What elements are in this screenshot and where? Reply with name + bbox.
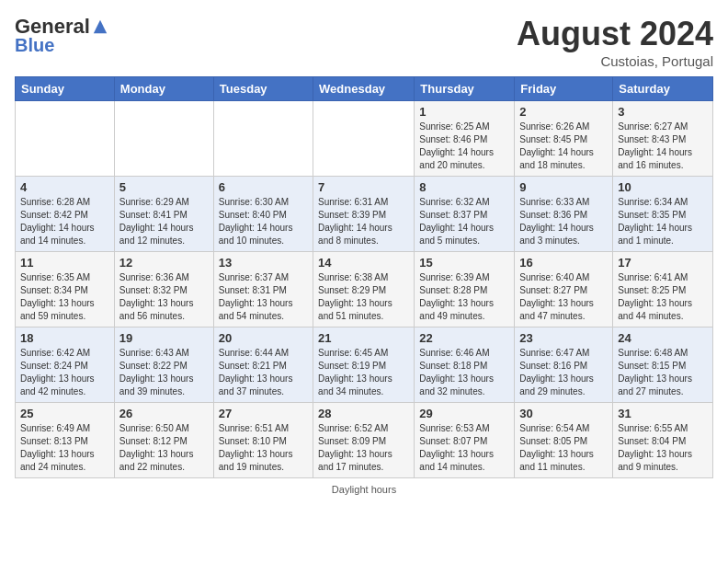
calendar-cell: 5Sunrise: 6:29 AM Sunset: 8:41 PM Daylig… xyxy=(114,177,213,252)
logo-blue-text: Blue xyxy=(15,35,54,56)
day-info: Sunrise: 6:53 AM Sunset: 8:07 PM Dayligh… xyxy=(419,422,509,474)
day-info: Sunrise: 6:50 AM Sunset: 8:12 PM Dayligh… xyxy=(119,422,209,474)
calendar-cell: 12Sunrise: 6:36 AM Sunset: 8:32 PM Dayli… xyxy=(114,252,213,327)
day-info: Sunrise: 6:36 AM Sunset: 8:32 PM Dayligh… xyxy=(119,271,209,323)
day-info: Sunrise: 6:34 AM Sunset: 8:35 PM Dayligh… xyxy=(618,196,708,247)
week-row-3: 18Sunrise: 6:42 AM Sunset: 8:24 PM Dayli… xyxy=(16,327,713,403)
header-day-tuesday: Tuesday xyxy=(213,77,313,101)
calendar-cell: 26Sunrise: 6:50 AM Sunset: 8:12 PM Dayli… xyxy=(114,403,213,478)
day-number: 22 xyxy=(419,331,509,345)
day-info: Sunrise: 6:27 AM Sunset: 8:43 PM Dayligh… xyxy=(618,121,708,172)
day-number: 5 xyxy=(119,180,209,194)
month-year-title: August 2024 xyxy=(517,15,713,53)
calendar-cell: 13Sunrise: 6:37 AM Sunset: 8:31 PM Dayli… xyxy=(213,252,313,327)
day-number: 24 xyxy=(618,331,708,345)
day-info: Sunrise: 6:45 AM Sunset: 8:19 PM Dayligh… xyxy=(318,347,409,398)
day-info: Sunrise: 6:47 AM Sunset: 8:16 PM Dayligh… xyxy=(519,347,608,398)
day-info: Sunrise: 6:31 AM Sunset: 8:39 PM Dayligh… xyxy=(318,196,409,247)
calendar-cell: 18Sunrise: 6:42 AM Sunset: 8:24 PM Dayli… xyxy=(16,327,115,403)
calendar-cell xyxy=(213,101,313,177)
calendar-cell xyxy=(16,101,115,177)
calendar-cell: 8Sunrise: 6:32 AM Sunset: 8:37 PM Daylig… xyxy=(415,177,515,252)
calendar-cell: 31Sunrise: 6:55 AM Sunset: 8:04 PM Dayli… xyxy=(613,403,713,478)
day-number: 4 xyxy=(20,180,109,194)
day-number: 13 xyxy=(219,256,308,270)
header-day-sunday: Sunday xyxy=(16,77,115,101)
calendar-cell: 15Sunrise: 6:39 AM Sunset: 8:28 PM Dayli… xyxy=(415,252,515,327)
header-day-thursday: Thursday xyxy=(415,77,515,101)
calendar-cell: 24Sunrise: 6:48 AM Sunset: 8:15 PM Dayli… xyxy=(613,327,713,403)
day-number: 3 xyxy=(618,105,708,119)
day-info: Sunrise: 6:26 AM Sunset: 8:45 PM Dayligh… xyxy=(519,121,608,172)
page-header: General Blue August 2024 Custoias, Portu… xyxy=(15,15,713,69)
calendar-cell xyxy=(114,101,213,177)
day-info: Sunrise: 6:42 AM Sunset: 8:24 PM Dayligh… xyxy=(20,347,109,398)
logo-icon xyxy=(92,18,108,35)
calendar-cell: 30Sunrise: 6:54 AM Sunset: 8:05 PM Dayli… xyxy=(515,403,613,478)
calendar-cell xyxy=(313,101,415,177)
calendar-cell: 14Sunrise: 6:38 AM Sunset: 8:29 PM Dayli… xyxy=(313,252,415,327)
day-number: 2 xyxy=(519,105,608,119)
calendar-cell: 22Sunrise: 6:46 AM Sunset: 8:18 PM Dayli… xyxy=(415,327,515,403)
day-info: Sunrise: 6:29 AM Sunset: 8:41 PM Dayligh… xyxy=(119,196,209,247)
day-number: 18 xyxy=(20,331,109,345)
day-number: 11 xyxy=(20,256,109,270)
day-info: Sunrise: 6:52 AM Sunset: 8:09 PM Dayligh… xyxy=(318,422,409,474)
day-info: Sunrise: 6:35 AM Sunset: 8:34 PM Dayligh… xyxy=(20,271,109,323)
week-row-1: 4Sunrise: 6:28 AM Sunset: 8:42 PM Daylig… xyxy=(16,177,713,252)
day-info: Sunrise: 6:41 AM Sunset: 8:25 PM Dayligh… xyxy=(618,271,708,323)
svg-marker-0 xyxy=(94,20,107,33)
calendar-body: 1Sunrise: 6:25 AM Sunset: 8:46 PM Daylig… xyxy=(16,101,713,478)
day-info: Sunrise: 6:51 AM Sunset: 8:10 PM Dayligh… xyxy=(219,422,308,474)
day-info: Sunrise: 6:38 AM Sunset: 8:29 PM Dayligh… xyxy=(318,271,409,323)
day-number: 20 xyxy=(219,331,308,345)
calendar-cell: 1Sunrise: 6:25 AM Sunset: 8:46 PM Daylig… xyxy=(415,101,515,177)
day-number: 26 xyxy=(119,407,209,420)
calendar-cell: 6Sunrise: 6:30 AM Sunset: 8:40 PM Daylig… xyxy=(213,177,313,252)
day-info: Sunrise: 6:33 AM Sunset: 8:36 PM Dayligh… xyxy=(519,196,608,247)
day-number: 23 xyxy=(519,331,608,345)
calendar-header: SundayMondayTuesdayWednesdayThursdayFrid… xyxy=(16,77,713,101)
day-info: Sunrise: 6:30 AM Sunset: 8:40 PM Dayligh… xyxy=(219,196,308,247)
day-info: Sunrise: 6:54 AM Sunset: 8:05 PM Dayligh… xyxy=(519,422,608,474)
calendar-cell: 21Sunrise: 6:45 AM Sunset: 8:19 PM Dayli… xyxy=(313,327,415,403)
day-number: 29 xyxy=(419,407,509,420)
week-row-0: 1Sunrise: 6:25 AM Sunset: 8:46 PM Daylig… xyxy=(16,101,713,177)
day-info: Sunrise: 6:32 AM Sunset: 8:37 PM Dayligh… xyxy=(419,196,509,247)
week-row-4: 25Sunrise: 6:49 AM Sunset: 8:13 PM Dayli… xyxy=(16,403,713,478)
header-day-friday: Friday xyxy=(515,77,613,101)
day-number: 31 xyxy=(618,407,708,420)
title-block: August 2024 Custoias, Portugal xyxy=(517,15,713,69)
calendar-cell: 29Sunrise: 6:53 AM Sunset: 8:07 PM Dayli… xyxy=(415,403,515,478)
calendar-cell: 10Sunrise: 6:34 AM Sunset: 8:35 PM Dayli… xyxy=(613,177,713,252)
calendar-cell: 20Sunrise: 6:44 AM Sunset: 8:21 PM Dayli… xyxy=(213,327,313,403)
day-number: 30 xyxy=(519,407,608,420)
day-info: Sunrise: 6:40 AM Sunset: 8:27 PM Dayligh… xyxy=(519,271,608,323)
calendar-cell: 16Sunrise: 6:40 AM Sunset: 8:27 PM Dayli… xyxy=(515,252,613,327)
header-day-saturday: Saturday xyxy=(613,77,713,101)
day-number: 10 xyxy=(618,180,708,194)
day-number: 14 xyxy=(318,256,409,270)
calendar-cell: 4Sunrise: 6:28 AM Sunset: 8:42 PM Daylig… xyxy=(16,177,115,252)
calendar-table: SundayMondayTuesdayWednesdayThursdayFrid… xyxy=(15,76,713,478)
day-number: 25 xyxy=(20,407,109,420)
day-info: Sunrise: 6:25 AM Sunset: 8:46 PM Dayligh… xyxy=(419,121,509,172)
calendar-cell: 2Sunrise: 6:26 AM Sunset: 8:45 PM Daylig… xyxy=(515,101,613,177)
day-number: 16 xyxy=(519,256,608,270)
day-number: 9 xyxy=(519,180,608,194)
day-number: 1 xyxy=(419,105,509,119)
day-number: 28 xyxy=(318,407,409,420)
day-number: 8 xyxy=(419,180,509,194)
calendar-cell: 27Sunrise: 6:51 AM Sunset: 8:10 PM Dayli… xyxy=(213,403,313,478)
day-number: 19 xyxy=(119,331,209,345)
day-number: 27 xyxy=(219,407,308,420)
calendar-cell: 3Sunrise: 6:27 AM Sunset: 8:43 PM Daylig… xyxy=(613,101,713,177)
calendar-cell: 11Sunrise: 6:35 AM Sunset: 8:34 PM Dayli… xyxy=(16,252,115,327)
day-info: Sunrise: 6:43 AM Sunset: 8:22 PM Dayligh… xyxy=(119,347,209,398)
header-day-wednesday: Wednesday xyxy=(313,77,415,101)
day-number: 12 xyxy=(119,256,209,270)
header-row: SundayMondayTuesdayWednesdayThursdayFrid… xyxy=(16,77,713,101)
calendar-cell: 9Sunrise: 6:33 AM Sunset: 8:36 PM Daylig… xyxy=(515,177,613,252)
day-number: 6 xyxy=(219,180,308,194)
day-number: 17 xyxy=(618,256,708,270)
